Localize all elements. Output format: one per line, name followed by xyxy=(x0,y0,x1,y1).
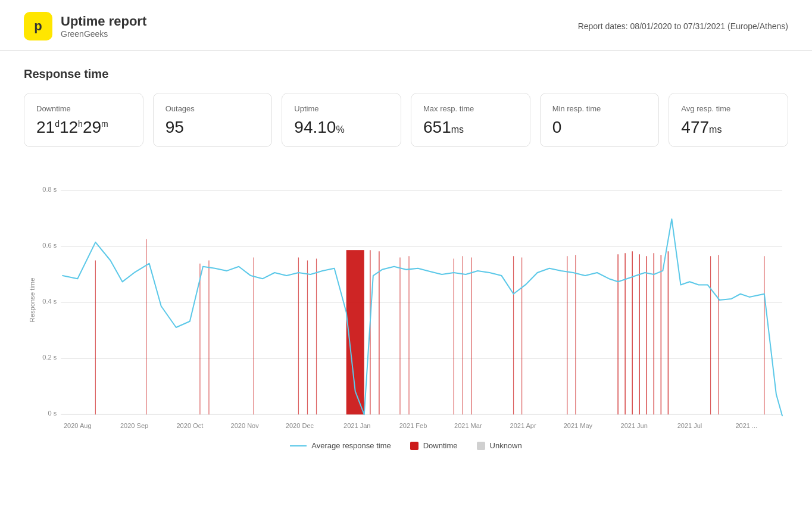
stats-row: Downtime 21d12h29m Outages 95 Uptime 94.… xyxy=(24,93,788,147)
stat-value-outages: 95 xyxy=(165,118,260,137)
logo-area: p Uptime report GreenGeeks xyxy=(24,12,146,40)
legend-avg-response: Average response time xyxy=(290,441,391,450)
chart-container: Response time 0 s 0.2 s 0.4 s 0.6 s 0.8 … xyxy=(24,166,788,434)
svg-text:0.4 s: 0.4 s xyxy=(42,298,57,305)
svg-text:2021 ...: 2021 ... xyxy=(735,422,757,429)
svg-text:0.2 s: 0.2 s xyxy=(42,354,57,361)
svg-text:2021 Mar: 2021 Mar xyxy=(454,422,482,429)
stat-value-max-resp: 651ms xyxy=(423,118,518,137)
stat-label-uptime: Uptime xyxy=(294,104,389,113)
legend-unknown: Unknown xyxy=(477,441,522,450)
stat-label-outages: Outages xyxy=(165,104,260,113)
legend-avg-label: Average response time xyxy=(311,441,391,450)
stat-label-downtime: Downtime xyxy=(36,104,131,113)
stat-card-min-resp: Min resp. time 0 xyxy=(540,93,660,147)
main-content: Response time Downtime 21d12h29m Outages… xyxy=(0,51,812,467)
stat-value-avg-resp: 477ms xyxy=(681,118,776,137)
chart-svg: Response time 0 s 0.2 s 0.4 s 0.6 s 0.8 … xyxy=(24,166,788,434)
svg-text:2020 Nov: 2020 Nov xyxy=(231,422,260,429)
stat-label-min-resp: Min resp. time xyxy=(552,104,647,113)
stat-card-downtime: Downtime 21d12h29m xyxy=(24,93,143,147)
svg-text:2021 Apr: 2021 Apr xyxy=(510,422,536,429)
svg-text:2021 Jul: 2021 Jul xyxy=(677,422,702,429)
svg-text:2021 Jan: 2021 Jan xyxy=(343,422,370,429)
stat-card-uptime: Uptime 94.10% xyxy=(282,93,401,147)
stat-card-max-resp: Max resp. time 651ms xyxy=(411,93,530,147)
stat-card-avg-resp: Avg resp. time 477ms xyxy=(669,93,788,147)
svg-text:2020 Aug: 2020 Aug xyxy=(64,422,92,429)
legend-unknown-icon xyxy=(477,442,485,450)
svg-text:Response time: Response time xyxy=(29,278,36,323)
stat-value-downtime: 21d12h29m xyxy=(36,118,131,137)
legend-downtime: Downtime xyxy=(410,441,458,450)
legend-downtime-icon xyxy=(410,442,419,450)
section-title: Response time xyxy=(24,67,788,81)
legend-downtime-label: Downtime xyxy=(423,441,458,450)
svg-text:2020 Oct: 2020 Oct xyxy=(177,422,204,429)
svg-text:2021 Feb: 2021 Feb xyxy=(399,422,427,429)
svg-text:2021 May: 2021 May xyxy=(564,422,593,429)
stat-label-max-resp: Max resp. time xyxy=(423,104,518,113)
svg-text:2020 Dec: 2020 Dec xyxy=(286,422,314,429)
svg-text:0.6 s: 0.6 s xyxy=(42,242,57,249)
stat-value-min-resp: 0 xyxy=(552,118,647,137)
svg-text:0 s: 0 s xyxy=(48,410,57,417)
svg-text:2020 Sep: 2020 Sep xyxy=(120,422,148,429)
legend-unknown-label: Unknown xyxy=(490,441,522,450)
stat-value-uptime: 94.10% xyxy=(294,118,389,137)
svg-text:2021 Jun: 2021 Jun xyxy=(621,422,648,429)
app-name: Uptime report xyxy=(61,14,146,29)
company-name: GreenGeeks xyxy=(61,29,146,39)
logo-text: Uptime report GreenGeeks xyxy=(61,14,146,39)
chart-legend: Average response time Downtime Unknown xyxy=(24,441,788,450)
page-header: p Uptime report GreenGeeks Report dates:… xyxy=(0,0,812,51)
svg-text:0.8 s: 0.8 s xyxy=(42,186,57,193)
stat-label-avg-resp: Avg resp. time xyxy=(681,104,776,113)
stat-card-outages: Outages 95 xyxy=(153,93,273,147)
report-dates: Report dates: 08/01/2020 to 07/31/2021 (… xyxy=(578,21,788,31)
app-logo-icon: p xyxy=(24,12,52,40)
legend-line-icon xyxy=(290,445,307,446)
